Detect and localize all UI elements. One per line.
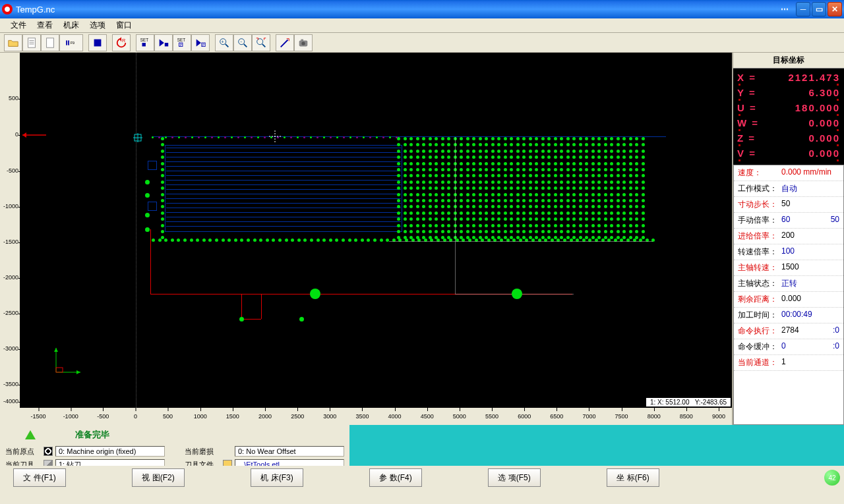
- svg-rect-5: [66, 40, 67, 45]
- svg-text:SET: SET: [177, 38, 185, 42]
- maximize-button[interactable]: ▭: [812, 2, 826, 16]
- svg-line-26: [281, 40, 288, 47]
- tb-new[interactable]: [41, 34, 59, 51]
- tb-measure[interactable]: [276, 34, 294, 51]
- fn-button-f5[interactable]: 选 项(F5): [488, 468, 541, 487]
- x-ruler: -1500-1000-50005001000150020002500300035…: [20, 408, 732, 425]
- svg-rect-33: [56, 368, 63, 372]
- svg-line-22: [244, 43, 247, 47]
- origin-field[interactable]: [55, 446, 165, 457]
- svg-text:P: P: [202, 42, 205, 46]
- right-panel: 目标坐标 X =2121.473Y =6.300U =180.000W =0.0…: [732, 53, 844, 425]
- status-strip-right: [349, 425, 844, 466]
- wear-label: 当前磨损: [185, 447, 220, 457]
- tb-reset[interactable]: R: [112, 34, 131, 51]
- dots-button[interactable]: ⋯: [775, 2, 795, 16]
- target-icon: [44, 447, 53, 456]
- menu-view[interactable]: 查看: [32, 18, 58, 32]
- fn-button-f3[interactable]: 机 床(F3): [251, 468, 303, 487]
- app-icon: [2, 4, 13, 14]
- menu-options[interactable]: 选项: [84, 18, 111, 32]
- tb-stop[interactable]: [88, 34, 107, 51]
- menu-bar: 文件 查看 机床 选项 窗口: [0, 18, 844, 33]
- title-bar: TempG.nc ⋯ ─ ▭ ✕: [0, 0, 844, 18]
- svg-text:SET: SET: [140, 38, 148, 42]
- svg-rect-12: [165, 43, 168, 46]
- svg-rect-11: [142, 43, 146, 46]
- coord-box: X =2121.473Y =6.300U =180.000W =0.000Z =…: [733, 69, 844, 165]
- origin-label: 当前原点: [5, 447, 41, 457]
- wear-field[interactable]: [235, 446, 344, 457]
- menu-machine[interactable]: 机床: [58, 18, 84, 32]
- function-key-bar: 文 件(F1)视 图(F2)机 床(F3)参 数(F4)选 项(F5)坐 标(F…: [0, 466, 844, 490]
- coord-panel-title: 目标坐标: [733, 53, 844, 69]
- svg-text:R: R: [122, 38, 125, 43]
- fn-button-f1[interactable]: 文 件(F1): [13, 468, 66, 487]
- svg-line-19: [226, 43, 229, 47]
- svg-text:+: +: [222, 38, 224, 44]
- svg-text:-: -: [240, 38, 242, 44]
- canvas-viewport[interactable]: 1: X: 5512.00 Y:-2483.65: [20, 53, 732, 408]
- badge[interactable]: 42: [824, 470, 840, 486]
- fn-button-f2[interactable]: 视 图(F2): [132, 468, 185, 487]
- svg-rect-0: [28, 38, 36, 47]
- svg-text:F9: F9: [71, 41, 75, 45]
- cursor-readout: 1: X: 5512.00 Y:-2483.65: [646, 398, 731, 406]
- tb-zoom-out[interactable]: -: [233, 34, 252, 51]
- status-strip-left: 准备完毕 当前原点 当前磨损 当前刀具: [0, 425, 349, 466]
- svg-rect-8: [94, 39, 102, 46]
- minimize-button[interactable]: ─: [796, 2, 810, 16]
- tb-open[interactable]: [4, 34, 22, 51]
- tb-pause-f9[interactable]: F9: [59, 34, 83, 51]
- ready-icon: [25, 430, 36, 439]
- svg-line-25: [262, 43, 266, 47]
- tb-camera[interactable]: [294, 34, 313, 51]
- tb-skip2[interactable]: P: [191, 34, 210, 51]
- status-list: 速度：0.000 mm/min工作模式：自动寸动步长：50手动倍率：6050进给…: [733, 165, 844, 425]
- tb-set1[interactable]: SET: [136, 34, 154, 51]
- tb-set2[interactable]: SETP: [173, 34, 191, 51]
- tb-zoom-in[interactable]: +: [215, 34, 233, 51]
- fn-button-f6[interactable]: 坐 标(F6): [607, 468, 659, 487]
- close-button[interactable]: ✕: [828, 2, 842, 16]
- toolbar: F9 R SET SETP P + -: [0, 33, 844, 53]
- svg-point-28: [301, 42, 305, 45]
- svg-rect-29: [301, 39, 303, 41]
- svg-text:P: P: [179, 42, 182, 46]
- tb-zoom-fit[interactable]: [252, 34, 270, 51]
- tb-skip1[interactable]: [154, 34, 173, 51]
- svg-rect-4: [47, 38, 54, 47]
- menu-window[interactable]: 窗口: [111, 18, 137, 32]
- menu-file[interactable]: 文件: [5, 18, 32, 32]
- tb-page[interactable]: [22, 34, 41, 51]
- y-ruler: 5000-500-1000-1500-2000-2500-3000-3500-4…: [0, 53, 20, 408]
- ready-text: 准备完毕: [75, 429, 109, 441]
- fn-button-f4[interactable]: 参 数(F4): [369, 468, 422, 487]
- svg-rect-6: [68, 40, 69, 45]
- window-title: TempG.nc: [16, 5, 775, 14]
